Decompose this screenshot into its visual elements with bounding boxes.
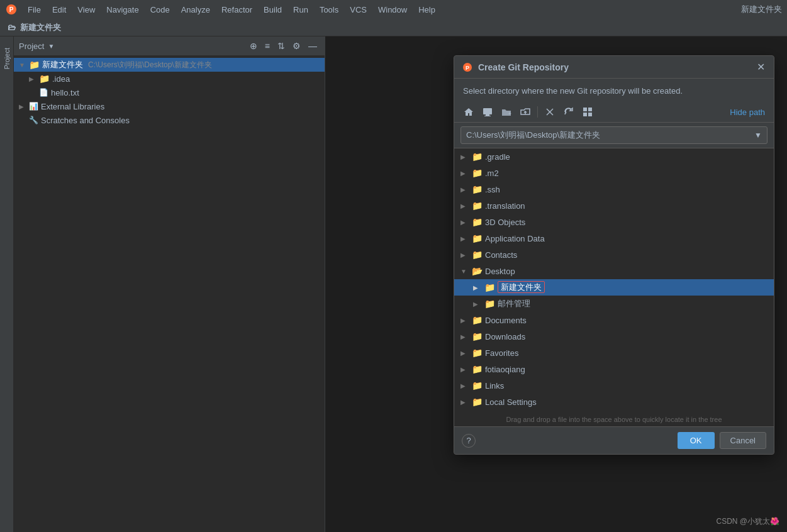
project-dropdown-label[interactable]: Project	[19, 42, 44, 51]
menu-analyze[interactable]: Analyze	[176, 3, 215, 16]
dtree-item-gradle[interactable]: ▶ 📁 .gradle	[454, 148, 774, 165]
dtree-item-favorites[interactable]: ▶ 📁 Favorites	[454, 345, 774, 361]
dialog-drop-hint: Drag and drop a file into the space abov…	[454, 413, 774, 426]
menu-window[interactable]: Window	[373, 3, 412, 16]
translation-arrow-icon: ▶	[460, 202, 469, 209]
desktop-label: Desktop	[485, 267, 515, 276]
dialog-close-button[interactable]: ✕	[755, 62, 766, 73]
project-tool-expand[interactable]: ⇅	[275, 40, 287, 52]
window-title-text: 新建文件夹	[20, 22, 61, 33]
menu-run[interactable]: Run	[288, 3, 313, 16]
dtree-item-translation[interactable]: ▶ 📁 .translation	[454, 197, 774, 214]
dialog-help-button[interactable]: ?	[462, 434, 476, 448]
dialog-title-text: Create Git Repository	[478, 62, 569, 72]
path-dropdown-button[interactable]: ▼	[754, 131, 762, 140]
dialog-cancel-button[interactable]: Cancel	[720, 432, 766, 449]
main-content: P Create Git Repository ✕ Select directo…	[325, 36, 787, 532]
dtree-item-ssh[interactable]: ▶ 📁 .ssh	[454, 181, 774, 197]
xinjian-arrow-icon: ▶	[473, 284, 482, 291]
menu-tools[interactable]: Tools	[315, 3, 343, 16]
menu-code[interactable]: Code	[145, 3, 175, 16]
favorites-label: Favorites	[485, 348, 518, 358]
svg-rect-11	[588, 108, 592, 111]
dialog-titlebar: P Create Git Repository ✕	[454, 56, 774, 79]
project-tool-minimize[interactable]: —	[306, 40, 320, 52]
project-dropdown-chevron[interactable]: ▼	[48, 43, 54, 50]
dtree-item-appdata[interactable]: ▶ 📁 Application Data	[454, 230, 774, 247]
svg-rect-13	[588, 113, 592, 116]
toolbar-refresh-button[interactable]	[561, 104, 577, 119]
favorites-arrow-icon: ▶	[460, 350, 469, 357]
toolbar-newfolder-button[interactable]: +	[498, 104, 515, 119]
localsettings-arrow-icon: ▶	[460, 399, 469, 406]
menu-refactor[interactable]: Refactor	[216, 3, 257, 16]
path-input[interactable]	[466, 131, 754, 140]
hide-path-button[interactable]: Hide path	[727, 106, 767, 118]
links-arrow-icon: ▶	[460, 382, 469, 389]
menu-help[interactable]: Help	[413, 3, 440, 16]
dtree-item-youjian[interactable]: ▶ 📁 邮件管理	[454, 296, 774, 312]
extlib-label: External Libraries	[41, 102, 104, 111]
gradle-label: .gradle	[485, 152, 510, 162]
xinjian-label-box: 新建文件夹	[498, 281, 545, 293]
project-tab-label[interactable]: Project	[2, 43, 12, 74]
downloads-label: Downloads	[485, 332, 525, 341]
links-folder-icon: 📁	[472, 380, 483, 391]
toolbar-folderup-button[interactable]	[517, 104, 533, 119]
dtree-item-3dobjects[interactable]: ▶ 📁 3D Objects	[454, 214, 774, 230]
m2-folder-icon: 📁	[472, 168, 483, 178]
path-input-wrap: ▼	[460, 126, 767, 144]
menu-vcs[interactable]: VCS	[345, 3, 372, 16]
toolbar-home-button[interactable]	[460, 104, 477, 119]
project-tool-sort[interactable]: ≡	[262, 40, 272, 52]
side-tab-project: Project	[0, 36, 14, 532]
toolbar-desktop-button[interactable]	[479, 104, 496, 119]
create-git-repo-dialog: P Create Git Repository ✕ Select directo…	[454, 55, 774, 455]
dtree-item-m2[interactable]: ▶ 📁 .m2	[454, 165, 774, 181]
documents-folder-icon: 📁	[472, 315, 483, 325]
svg-rect-12	[583, 113, 587, 116]
contacts-folder-icon: 📁	[472, 250, 483, 260]
dialog-file-tree[interactable]: ▶ 📁 .gradle ▶ 📁 .m2 ▶ 📁 .ssh	[454, 148, 774, 413]
dtree-item-fotiaoqiang[interactable]: ▶ 📁 fotiaoqiang	[454, 361, 774, 377]
tree-root[interactable]: ▼ 📁 新建文件夹 C:\Users\刘明福\Desktop\新建文件夹	[14, 58, 325, 72]
menu-build[interactable]: Build	[259, 3, 287, 16]
dtree-item-desktop[interactable]: ▼ 📂 Desktop	[454, 263, 774, 279]
svg-text:P: P	[9, 6, 14, 13]
tree-item-scratches[interactable]: 🔧 Scratches and Consoles	[14, 113, 325, 127]
dtree-item-contacts[interactable]: ▶ 📁 Contacts	[454, 247, 774, 263]
svg-rect-5	[486, 114, 489, 116]
xinjian-label: 新建文件夹	[498, 282, 545, 293]
dtree-item-documents[interactable]: ▶ 📁 Documents	[454, 312, 774, 328]
menu-navigate[interactable]: Navigate	[101, 3, 143, 16]
dialog-ok-button[interactable]: OK	[678, 432, 715, 449]
appdata-arrow-icon: ▶	[460, 235, 469, 242]
menu-view[interactable]: View	[72, 3, 100, 16]
toolbar-expand-button[interactable]	[579, 104, 596, 119]
dtree-item-xinjian[interactable]: ▶ 📁 新建文件夹	[454, 279, 774, 296]
dtree-item-links[interactable]: ▶ 📁 Links	[454, 377, 774, 394]
svg-text:+: +	[508, 111, 511, 116]
project-tool-add[interactable]: ⊕	[247, 40, 260, 52]
m2-label: .m2	[485, 169, 499, 178]
project-tool-settings[interactable]: ⚙	[290, 40, 303, 52]
app-title: 新建文件夹	[741, 4, 782, 15]
toolbar-delete-button[interactable]	[542, 104, 558, 119]
3dobjects-folder-icon: 📁	[472, 217, 483, 227]
dtree-item-downloads[interactable]: ▶ 📁 Downloads	[454, 328, 774, 345]
dtree-item-localsettings[interactable]: ▶ 📁 Local Settings	[454, 394, 774, 410]
menu-edit[interactable]: Edit	[47, 3, 71, 16]
tree-item-idea[interactable]: ▶ 📁 .idea	[14, 72, 325, 86]
tree-item-ext-libs[interactable]: ▶ 📊 External Libraries	[14, 99, 325, 113]
ssh-folder-icon: 📁	[472, 184, 483, 194]
documents-arrow-icon: ▶	[460, 317, 469, 324]
tree-item-hello[interactable]: 📄 hello.txt	[14, 86, 325, 99]
appdata-folder-icon: 📁	[472, 233, 483, 243]
menu-file[interactable]: File	[23, 3, 46, 16]
downloads-arrow-icon: ▶	[460, 333, 469, 340]
project-panel-header: Project ▼ ⊕ ≡ ⇅ ⚙ —	[14, 36, 325, 55]
fotiaoqiang-folder-icon: 📁	[472, 364, 483, 374]
watermark: CSDN @小犹太🌺	[716, 516, 779, 527]
menubar: P File Edit View Navigate Code Analyze R…	[0, 0, 787, 19]
fotiaoqiang-arrow-icon: ▶	[460, 366, 469, 373]
